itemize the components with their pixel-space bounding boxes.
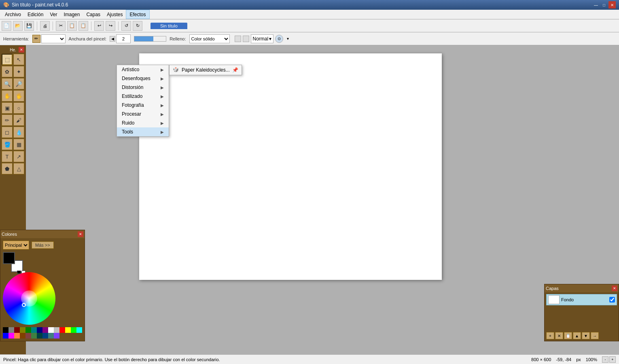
palette-swatch-violet[interactable] (54, 333, 59, 339)
rotate-right-button[interactable]: ↻ (133, 21, 142, 31)
palette-swatch-darkgreen[interactable] (31, 333, 37, 339)
tool-pencil[interactable]: ✏ (2, 114, 13, 126)
palette-swatch-white[interactable] (48, 327, 54, 333)
tool-gradient[interactable]: ▦ (13, 139, 24, 150)
tool-rectangle-select[interactable]: ⬚ (2, 54, 13, 65)
new-button[interactable]: 📄 (2, 21, 11, 31)
open-button[interactable]: 📂 (13, 21, 23, 31)
palette-swatch-navy[interactable] (37, 327, 42, 333)
menu-item-tools[interactable]: Tools ▶ (117, 127, 169, 136)
add-layer-button[interactable]: + (546, 332, 554, 339)
print-button[interactable]: 🖨 (40, 21, 50, 31)
menu-ajustes[interactable]: Ajustes (104, 10, 126, 19)
layer-visibility-fondo[interactable] (609, 297, 615, 303)
palette-swatch-cyan[interactable] (76, 327, 82, 333)
close-button[interactable]: ✕ (608, 1, 616, 8)
save-button[interactable]: 💾 (24, 21, 34, 31)
menu-item-artistico[interactable]: Artístico ▶ (117, 65, 169, 74)
tool-shapes[interactable]: ⬟ (2, 163, 13, 174)
tool-zoom-out[interactable]: 🔎 (13, 78, 24, 89)
palette-swatch-lime[interactable] (71, 327, 76, 333)
colors-more-button[interactable]: Más >> (32, 241, 54, 249)
tool-pan[interactable]: ✋ (2, 90, 13, 102)
minimize-button[interactable]: — (592, 1, 600, 8)
tool-lasso[interactable]: ✿ (2, 66, 13, 77)
duplicate-layer-button[interactable]: 📋 (564, 332, 572, 339)
brush-width-input[interactable] (116, 34, 131, 43)
palette-swatch-green[interactable] (25, 327, 31, 333)
copy-button[interactable]: 📋 (67, 21, 77, 31)
tool-text[interactable]: T (2, 151, 13, 162)
brush-width-down[interactable]: ◀ (110, 36, 115, 42)
move-layer-up-button[interactable]: ▲ (573, 332, 581, 339)
redo-button[interactable]: ↪ (106, 21, 115, 31)
palette-swatch-maroon[interactable] (14, 327, 20, 333)
menu-ver[interactable]: Ver (47, 10, 60, 19)
fill-select[interactable]: Color sólido (189, 34, 230, 43)
tool-zoom[interactable]: 🔍 (2, 78, 13, 89)
menu-item-procesar[interactable]: Procesar ▶ (117, 110, 169, 119)
menu-item-estilizado[interactable]: Estilizado ▶ (117, 92, 169, 101)
palette-swatch-slate[interactable] (48, 333, 54, 339)
move-layer-down-button[interactable]: ▼ (582, 332, 590, 339)
submenu-item-paper-kaleidocycles[interactable]: 🎲 Paper Kaleidocycles... 📌 (170, 65, 242, 75)
palette-swatch-yellow[interactable] (65, 327, 71, 333)
main-canvas[interactable] (139, 53, 442, 280)
tool-triangle[interactable]: △ (13, 163, 24, 174)
menu-efectos[interactable]: Efectos (126, 10, 149, 19)
menu-capas[interactable]: Capas (83, 10, 104, 19)
palette-swatch-black[interactable] (3, 327, 8, 333)
zoom-out-button[interactable]: - (602, 356, 608, 363)
tool-select[interactable] (41, 34, 66, 43)
aa-chevron[interactable]: ▾ (285, 36, 290, 42)
tool-fill[interactable]: 🪣 (2, 139, 13, 150)
palette-swatch-darkteal[interactable] (37, 333, 42, 339)
merge-layer-button[interactable]: → (591, 332, 599, 339)
foreground-color-swatch[interactable] (3, 252, 15, 264)
toolbox-close-button[interactable]: ✕ (19, 47, 24, 53)
delete-layer-button[interactable]: ✕ (555, 332, 563, 339)
palette-swatch-purple[interactable] (42, 327, 48, 333)
color-wheel-container[interactable] (3, 272, 55, 325)
cut-button[interactable]: ✂ (56, 21, 66, 31)
tool-clone[interactable]: 💧 (13, 127, 24, 138)
aa-button[interactable]: ⊙ (275, 35, 283, 43)
zoom-in-button[interactable]: + (609, 356, 616, 363)
palette-swatch-teal[interactable] (31, 327, 37, 333)
tool-move[interactable]: ↖ (13, 54, 24, 65)
palette-swatch-silver[interactable] (54, 327, 59, 333)
undo-button[interactable]: ↩ (94, 21, 104, 31)
palette-swatch-darkblue[interactable] (42, 333, 48, 339)
canvas-area[interactable] (26, 45, 619, 354)
color-wheel[interactable] (3, 272, 55, 325)
blend-mode-dropdown[interactable]: Normal ▾ (251, 34, 274, 43)
menu-imagen[interactable]: Imagen (60, 10, 83, 19)
pin-icon[interactable]: 📌 (232, 67, 238, 73)
tool-brush[interactable]: 🖌 (13, 114, 24, 126)
menu-edicion[interactable]: Edición (24, 10, 47, 19)
rotate-left-button[interactable]: ↺ (121, 21, 131, 31)
palette-swatch-magenta[interactable] (8, 333, 14, 339)
tool-hand2[interactable]: 🖐 (13, 90, 24, 102)
menu-item-ruido[interactable]: Ruido ▶ (117, 119, 169, 127)
paste-button[interactable]: 📋 (78, 21, 88, 31)
colors-panel-close[interactable]: ✕ (78, 231, 83, 237)
layer-item-fondo[interactable]: Fondo (546, 294, 617, 305)
layers-panel-close[interactable]: ✕ (612, 286, 617, 291)
canvas-tab[interactable]: Sin título (151, 23, 187, 29)
palette-swatch-orange[interactable] (14, 333, 20, 339)
menu-item-distorsion[interactable]: Distorsión ▶ (117, 83, 169, 92)
palette-swatch-blue[interactable] (3, 333, 8, 339)
tool-ellipse[interactable]: ○ (13, 102, 24, 114)
tool-selection[interactable]: ▣ (2, 102, 13, 114)
colors-mode-select[interactable]: Principal (3, 241, 29, 250)
palette-swatch-gray[interactable] (8, 327, 14, 333)
palette-swatch-darkred[interactable] (25, 333, 31, 339)
maximize-button[interactable]: □ (600, 1, 608, 8)
tool-eraser[interactable]: ◻ (2, 127, 13, 138)
palette-swatch-olive[interactable] (20, 327, 25, 333)
menu-item-fotografia[interactable]: Fotografía ▶ (117, 101, 169, 110)
palette-swatch-brown[interactable] (20, 333, 25, 339)
menu-archivo[interactable]: Archivo (2, 10, 24, 19)
menu-item-desenfoques[interactable]: Desenfoques ▶ (117, 74, 169, 83)
